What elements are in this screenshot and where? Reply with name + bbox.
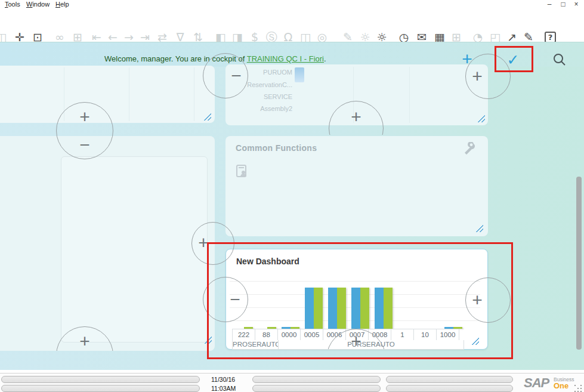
divider bbox=[129, 67, 129, 121]
welcome-period: . bbox=[324, 54, 326, 63]
zoom-circle-clip: + bbox=[54, 326, 116, 351]
edit-icon: ✎ bbox=[340, 29, 356, 42]
dashboard-manager-icon: ◔ bbox=[470, 29, 486, 42]
resize-handle[interactable] bbox=[475, 113, 485, 122]
status-field bbox=[386, 385, 513, 392]
wrench-icon[interactable] bbox=[462, 142, 475, 155]
zoom-out-icon[interactable]: − bbox=[76, 136, 94, 154]
chart-group-label: PROSERAUTO bbox=[232, 340, 279, 350]
refresh-icon: ⇄ bbox=[155, 29, 170, 42]
sort-icon: ⇅ bbox=[190, 29, 206, 42]
chart-category-label: 0000 bbox=[277, 329, 301, 341]
item-label: Assembly2 bbox=[224, 105, 292, 112]
approval-status-icon[interactable]: ◷ bbox=[396, 29, 412, 42]
zoom-in-icon[interactable]: + bbox=[76, 108, 94, 126]
gross-profit-icon: Ω bbox=[280, 29, 296, 42]
alerts-icon[interactable]: ✉ bbox=[414, 29, 429, 42]
minimize-icon[interactable]: – bbox=[544, 0, 555, 8]
panel-title: Common Functions bbox=[236, 143, 317, 153]
next-record-icon: → bbox=[121, 29, 137, 42]
payment-document-icon: $ bbox=[247, 29, 262, 42]
widget-gallery-icon: ◰ bbox=[487, 29, 503, 42]
zoom-circle-clip: + bbox=[325, 101, 387, 135]
report-designer-icon[interactable]: ✎ bbox=[521, 29, 536, 42]
menu-bar: Tools Window Help – □ × bbox=[0, 0, 584, 10]
logo-sap-text: SAP bbox=[524, 375, 549, 391]
status-date: 11/30/16 bbox=[211, 376, 247, 383]
zoom-out-icon[interactable]: − bbox=[227, 67, 245, 85]
bar-green-0005 bbox=[314, 288, 323, 329]
prev-window-icon: ◧ bbox=[213, 29, 228, 42]
first-record-icon: ⇤ bbox=[89, 29, 104, 42]
move-icon[interactable]: ✛ bbox=[12, 29, 27, 42]
status-time: 11:03AM bbox=[211, 385, 247, 392]
search-icon[interactable] bbox=[552, 53, 567, 67]
sap-business-one-logo: SAP Business One bbox=[524, 375, 580, 391]
bar-blue-0006 bbox=[328, 288, 337, 329]
vertical-scrollbar-thumb[interactable] bbox=[576, 177, 582, 350]
status-field bbox=[1, 376, 200, 383]
zoom-in-icon[interactable]: + bbox=[468, 291, 486, 309]
resize-handle[interactable] bbox=[201, 112, 211, 121]
export-pdf-icon: ◫ bbox=[0, 29, 9, 42]
add-record-icon: ⊞ bbox=[70, 29, 85, 42]
status-bar: 11/30/16 11:03AM bbox=[0, 373, 584, 392]
divider bbox=[409, 67, 410, 123]
zoom-in-icon[interactable]: + bbox=[347, 332, 365, 349]
divider bbox=[194, 67, 194, 121]
bar-green-0006 bbox=[337, 288, 346, 329]
settings-icon[interactable]: ☼ bbox=[374, 29, 390, 42]
resize-handle[interactable] bbox=[469, 336, 479, 345]
maximize-icon[interactable]: □ bbox=[558, 0, 568, 8]
list-scroll-chip bbox=[295, 67, 304, 82]
filter-icon: ∇ bbox=[172, 29, 188, 42]
payment-means-icon: Ⓢ bbox=[264, 29, 279, 42]
pervasive-analytics-icon[interactable]: ↗ bbox=[504, 29, 520, 42]
chart-category-label: 10 bbox=[413, 329, 437, 341]
last-record-icon: ⇥ bbox=[137, 29, 153, 42]
zoom-in-icon[interactable]: + bbox=[194, 234, 212, 252]
chart-category-label: 88 bbox=[255, 329, 278, 341]
find-icon: ∞ bbox=[52, 29, 67, 42]
close-icon[interactable]: × bbox=[571, 0, 582, 8]
widget-content-area bbox=[61, 156, 208, 342]
form-settings-icon: ☼ bbox=[357, 29, 373, 42]
bar-green-0008 bbox=[384, 288, 393, 329]
zoom-in-icon[interactable]: + bbox=[347, 108, 365, 126]
chart-category-label: 1 bbox=[391, 329, 414, 341]
chart-gridline bbox=[230, 281, 480, 282]
chart-category-label: 1000 bbox=[436, 329, 459, 341]
menu-item-tools[interactable]: Tools bbox=[5, 1, 20, 8]
help-icon[interactable]: ? bbox=[545, 32, 556, 42]
status-field bbox=[1, 385, 200, 392]
bar-blue-0007 bbox=[351, 288, 360, 329]
employee-report-icon[interactable] bbox=[236, 165, 248, 178]
bar-blue-0005 bbox=[305, 288, 314, 329]
calendar-icon[interactable]: ▦ bbox=[432, 29, 447, 42]
bar-green-0007 bbox=[360, 288, 369, 329]
zoom-in-icon[interactable]: + bbox=[76, 332, 94, 350]
bar-blue-0008 bbox=[375, 288, 384, 329]
base-document-icon: ◎ bbox=[314, 29, 330, 42]
lock-screen-icon[interactable]: ⊡ bbox=[30, 29, 45, 42]
menu-item-help[interactable]: Help bbox=[55, 1, 69, 8]
zoom-out-icon[interactable]: − bbox=[226, 291, 244, 308]
chart-category-label: 222 bbox=[232, 329, 255, 341]
next-window-icon: ◨ bbox=[230, 29, 245, 42]
bar-chart bbox=[226, 272, 487, 329]
resize-handle[interactable] bbox=[473, 223, 483, 232]
volume-weight-icon: ◫ bbox=[298, 29, 313, 42]
chart-category-label: 0005 bbox=[300, 329, 323, 341]
zoom-in-icon[interactable]: + bbox=[468, 67, 486, 85]
menu-item-window[interactable]: Window bbox=[26, 1, 50, 8]
window-resize-grip[interactable] bbox=[574, 385, 576, 386]
toolbar: ◫✛⊡∞⊞⇤←→⇥⇄∇⇅◧◨$ⓈΩ◫◎✎☼☼◷✉▦⊞◔◰↗✎? bbox=[0, 10, 584, 42]
dashboard-title: New Dashboard bbox=[236, 257, 299, 266]
zoom-circle-clip: + bbox=[322, 329, 391, 349]
cockpit-link[interactable]: TRAINING QC I - Fiori bbox=[247, 54, 324, 63]
status-field bbox=[252, 376, 381, 383]
status-field bbox=[386, 376, 513, 383]
previous-record-icon: ← bbox=[105, 29, 120, 42]
logo-one-text: One bbox=[554, 381, 568, 390]
relationship-map-icon: ⊞ bbox=[449, 29, 464, 42]
